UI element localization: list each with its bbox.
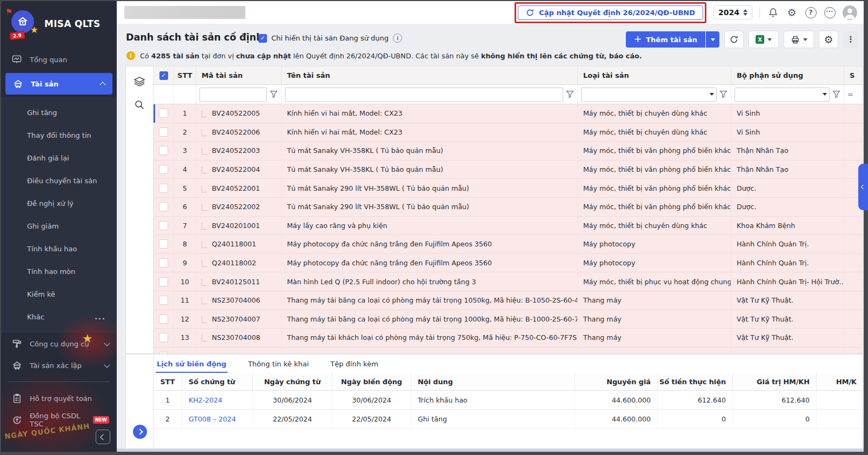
table-settings-button[interactable] <box>819 31 838 48</box>
col-ma-tai-san[interactable]: Mã tài sản <box>196 66 282 84</box>
expand-dots-icon[interactable] <box>202 279 207 286</box>
layers-icon[interactable] <box>126 71 153 93</box>
row-checkbox[interactable] <box>159 333 168 342</box>
table-row[interactable]: 7 BV240201001 Máy lấy cao răng và phụ ki… <box>153 217 863 236</box>
add-asset-dropdown[interactable] <box>706 31 719 48</box>
funnel-icon[interactable] <box>566 90 574 98</box>
search-icon[interactable] <box>126 93 153 116</box>
expand-dots-icon[interactable] <box>202 167 207 173</box>
year-selector[interactable]: 2024 <box>713 5 752 19</box>
export-excel-button[interactable] <box>749 31 779 48</box>
col-so-chung-tu[interactable]: Số chứng từ <box>182 373 253 390</box>
funnel-icon[interactable] <box>719 90 727 98</box>
submenu-item[interactable]: Tính hao mòn <box>1 260 117 283</box>
row-checkbox[interactable] <box>159 146 168 155</box>
detail-tab[interactable]: Thông tin kê khai <box>247 354 310 373</box>
submenu-item[interactable]: Điều chuyển tài sản <box>1 169 117 192</box>
expand-dots-icon[interactable] <box>202 242 207 248</box>
col-ten-tai-san[interactable]: Tên tài sản <box>282 66 578 84</box>
detail-row[interactable]: 1 KH2-2024 30/06/2024 30/06/2024 Trích k… <box>153 391 863 410</box>
col-stt[interactable]: STT <box>153 373 182 390</box>
row-checkbox[interactable] <box>159 128 168 137</box>
document-link[interactable]: GT008 – 2024 <box>182 410 253 428</box>
right-panel-toggle[interactable] <box>858 164 868 210</box>
submenu-item[interactable]: Đề nghị xử lý <box>1 192 117 215</box>
update-decision-button[interactable]: Cập nhật Quyết định 26/2024/QĐ-UBND <box>518 5 703 20</box>
notifications-bell-icon[interactable] <box>767 6 779 18</box>
type-filter-input[interactable] <box>584 88 710 102</box>
table-row[interactable]: 9 Q240118002 Máy photocopy đa chức năng … <box>153 254 863 273</box>
info-icon[interactable] <box>393 34 402 43</box>
detail-row[interactable]: 2 GT008 – 2024 22/05/2024 22/05/2024 Ghi… <box>153 410 863 429</box>
row-checkbox[interactable] <box>159 165 168 174</box>
expand-dots-icon[interactable] <box>202 148 207 155</box>
table-row[interactable]: 1 BV240522005 Kính hiển vi hai mắt, Mode… <box>153 104 863 123</box>
submenu-item[interactable]: Khác ... <box>1 305 117 328</box>
submenu-item[interactable]: Kiểm kê <box>1 283 117 305</box>
col-so-tien-thuc-hien[interactable]: Số tiền thực hiện <box>658 373 733 390</box>
help-icon[interactable] <box>805 6 817 18</box>
expand-dots-icon[interactable] <box>202 111 207 117</box>
col-ngay-bien-dong[interactable]: Ngày biến động <box>332 373 411 390</box>
detail-tab[interactable]: Tệp đính kèm <box>329 354 379 373</box>
print-button[interactable] <box>784 31 814 48</box>
more-ellipsis[interactable]: ... <box>95 313 106 321</box>
more-actions-button[interactable] <box>843 31 858 48</box>
expand-dots-icon[interactable] <box>202 204 207 211</box>
table-row[interactable]: 10 BV240125011 Màn hình Led Q (P2.5 Full… <box>153 272 863 291</box>
expand-dots-icon[interactable] <box>202 223 207 230</box>
in-use-checkbox[interactable] <box>258 34 267 43</box>
sidebar-item-tong-quan[interactable]: Tổng quan <box>1 49 117 70</box>
detail-tab[interactable]: Lịch sử biến động <box>156 354 228 373</box>
col-gia-tri-hmkh[interactable]: Giá trị HM/KH <box>733 373 817 390</box>
submenu-item[interactable]: Tính khấu hao <box>1 237 117 260</box>
table-row[interactable]: 2 BV240522006 Kính hiển vi hai mắt, Mode… <box>153 123 863 142</box>
row-checkbox[interactable] <box>159 221 168 230</box>
equals-filter-icon[interactable] <box>847 90 853 98</box>
expand-detail-button[interactable] <box>133 425 147 439</box>
row-checkbox[interactable] <box>159 352 168 353</box>
sidebar-item-dong-bo-csdl-tsc[interactable]: Đồng bộ CSDL TSC NEW <box>1 409 117 431</box>
table-row[interactable]: 3 BV240522003 Tủ mát Sanaky VH-358KL ( T… <box>153 142 863 160</box>
add-asset-button[interactable]: + Thêm tài sản <box>626 31 705 48</box>
col-ngay-chung-tu[interactable]: Ngày chứng từ <box>253 373 332 390</box>
submenu-item[interactable]: Ghi tăng <box>1 101 117 124</box>
caret-down-icon[interactable] <box>823 93 827 96</box>
expand-dots-icon[interactable] <box>202 335 207 342</box>
refresh-button[interactable] <box>724 31 744 48</box>
expand-dots-icon[interactable] <box>202 298 207 304</box>
table-row[interactable]: 14 NS230704009 Thang máy tải khách loại … <box>153 347 863 353</box>
funnel-icon[interactable] <box>270 90 278 98</box>
col-extra[interactable]: S <box>844 66 863 84</box>
table-row[interactable]: 13 NS230704008 Thang máy tải khách loại … <box>153 329 863 347</box>
table-row[interactable]: 8 Q240118001 Máy photocopy đa chức năng … <box>153 235 863 254</box>
row-checkbox[interactable] <box>159 239 168 249</box>
sidebar-item-tai-san[interactable]: Tài sản <box>5 73 112 95</box>
row-checkbox[interactable] <box>159 277 168 286</box>
code-filter-input[interactable] <box>202 88 264 102</box>
col-bo-phan-su-dung[interactable]: Bộ phận sử dụng <box>731 66 844 84</box>
col-nguyen-gia[interactable]: Nguyên giá <box>575 373 658 390</box>
more-options-icon[interactable] <box>824 6 836 18</box>
row-checkbox[interactable] <box>159 315 168 324</box>
expand-dots-icon[interactable] <box>202 130 207 136</box>
name-filter-input[interactable] <box>288 88 560 102</box>
funnel-icon[interactable] <box>832 90 840 98</box>
col-hmk-extra[interactable]: HM/K <box>817 373 863 390</box>
sidebar-item-tai-san-xac-lap[interactable]: Tài sản xác lập <box>1 354 117 376</box>
row-checkbox[interactable] <box>159 184 168 193</box>
year-spinner[interactable] <box>743 9 747 16</box>
row-checkbox[interactable] <box>159 202 168 211</box>
submenu-item[interactable]: Đánh giá lại <box>1 146 117 169</box>
settings-gear-icon[interactable] <box>786 6 798 18</box>
expand-dots-icon[interactable] <box>202 260 207 267</box>
table-row[interactable]: 11 NS230704006 Thang máy tải băng ca loạ… <box>153 291 863 310</box>
sidebar-item-cong-cu-dung-cu[interactable]: Công cụ dụng cụ <box>1 333 117 354</box>
col-loai-tai-san[interactable]: Loại tài sản <box>578 66 731 84</box>
table-row[interactable]: 4 BV240522004 Tủ mát Sanaky VH-358KL ( T… <box>153 160 863 179</box>
horizontal-scrollbar[interactable] <box>117 449 864 452</box>
col-noi-dung[interactable]: Nội dung <box>411 373 575 390</box>
col-stt[interactable]: STT <box>174 66 196 84</box>
row-checkbox[interactable] <box>159 258 168 267</box>
document-link[interactable]: KH2-2024 <box>182 391 253 409</box>
